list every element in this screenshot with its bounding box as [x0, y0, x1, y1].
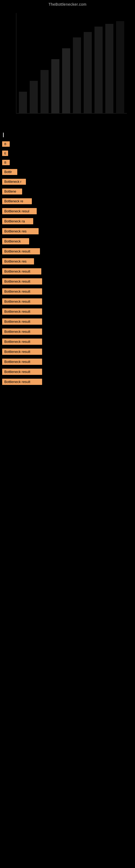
result-row: Bottleneck result [0, 297, 135, 306]
result-row: Bottleneck ra [0, 216, 135, 226]
site-title: TheBottlenecker.com [0, 0, 135, 8]
bottleneck-result-badge[interactable]: Bottlr [2, 169, 17, 175]
bottleneck-result-badge[interactable]: Bottleneck r [2, 179, 26, 185]
result-row: Bottleneck resul [0, 207, 135, 216]
bottleneck-result-badge[interactable]: Bottleneck result [2, 379, 42, 385]
svg-rect-10 [94, 27, 103, 113]
bottleneck-result-badge[interactable]: Bottleneck [2, 238, 29, 244]
section-label: | [0, 130, 135, 140]
result-row: Bottleneck result [0, 267, 135, 276]
bottleneck-result-badge[interactable]: Bottleneck result [2, 339, 42, 345]
result-row: Bottleneck result [0, 377, 135, 386]
bottleneck-result-badge[interactable]: Bottleneck res [2, 258, 34, 265]
bottleneck-result-badge[interactable]: Bottleneck result [2, 248, 40, 254]
svg-rect-6 [51, 59, 59, 113]
svg-rect-7 [62, 48, 70, 113]
bottleneck-result-badge[interactable]: Bottleneck result [2, 288, 42, 294]
chart-area [5, 10, 130, 124]
bottleneck-result-badge[interactable]: Bottleneck result [2, 308, 42, 315]
result-row: Bottleneck result [0, 317, 135, 326]
result-row: Bottleneck result [0, 247, 135, 256]
result-row: Bottleneck result [0, 347, 135, 356]
result-row: Bottleneck result [0, 287, 135, 296]
result-row: B [0, 158, 135, 167]
bottleneck-result-badge[interactable]: B [2, 160, 10, 165]
svg-rect-11 [105, 24, 114, 113]
bottleneck-result-badge[interactable]: Bottleneck result [2, 369, 42, 375]
bottleneck-result-badge[interactable]: Bottleneck resul [2, 208, 37, 214]
bottleneck-result-badge[interactable]: Bottleneck ra [2, 218, 33, 224]
bottleneck-result-badge[interactable]: Bottlene [2, 188, 22, 194]
result-row: Bottleneck re [0, 197, 135, 206]
result-row: Bottlene [0, 187, 135, 196]
svg-rect-4 [30, 81, 38, 113]
result-row: Bottleneck result [0, 327, 135, 336]
bottleneck-result-badge[interactable]: Bottleneck result [2, 359, 42, 365]
result-row: Bottleneck result [0, 307, 135, 316]
bottleneck-result-badge[interactable]: Bottleneck result [2, 268, 41, 275]
bottleneck-result-badge[interactable]: Bottleneck result [2, 329, 42, 335]
result-row: Bottleneck res [0, 257, 135, 266]
svg-rect-9 [84, 32, 92, 113]
svg-rect-3 [19, 92, 27, 113]
bottleneck-result-badge[interactable]: Bottleneck res [2, 228, 39, 235]
bottleneck-result-badge[interactable]: B [2, 141, 10, 147]
bottleneck-result-badge[interactable]: Bottleneck result [2, 348, 42, 355]
bottleneck-result-badge[interactable]: E [2, 151, 8, 156]
result-row: B [0, 140, 135, 148]
result-row: Bottleneck result [0, 277, 135, 286]
results-section: | BEBBottlrBottleneck rBottleneBottlenec… [0, 127, 135, 386]
result-row: Bottleneck result [0, 357, 135, 367]
result-row: Bottleneck result [0, 367, 135, 376]
result-row: Bottlr [0, 167, 135, 177]
result-row: Bottleneck r [0, 177, 135, 186]
svg-rect-12 [116, 21, 124, 113]
result-row: Bottleneck res [0, 226, 135, 236]
bottleneck-result-badge[interactable]: Bottleneck result [2, 278, 42, 284]
bottleneck-result-badge[interactable]: Bottleneck re [2, 198, 32, 204]
bottleneck-result-badge[interactable]: Bottleneck result [2, 299, 42, 305]
result-row: Bottleneck [0, 237, 135, 246]
result-row: E [0, 149, 135, 158]
result-row: Bottleneck result [0, 337, 135, 346]
svg-rect-5 [41, 70, 49, 113]
svg-rect-8 [73, 37, 81, 113]
bottleneck-result-badge[interactable]: Bottleneck result [2, 318, 42, 325]
